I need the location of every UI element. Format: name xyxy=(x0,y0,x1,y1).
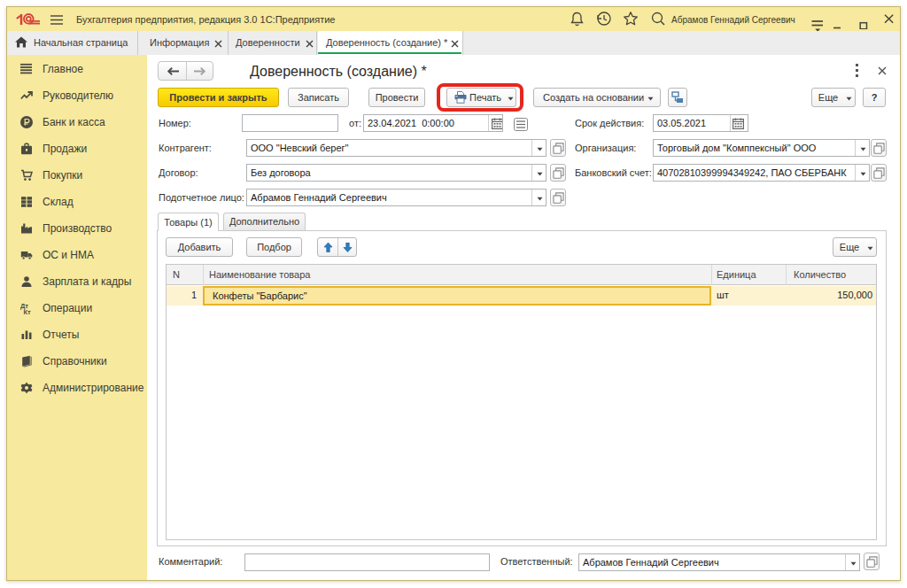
svg-text:Кт: Кт xyxy=(24,308,32,314)
